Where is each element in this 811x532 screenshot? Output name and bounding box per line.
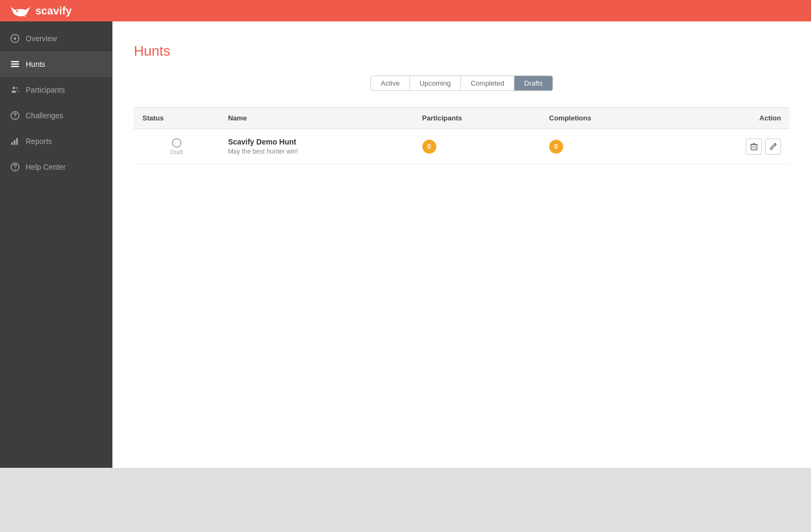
hunt-description: May the best hunter win!: [228, 148, 405, 155]
completions-badge: 0: [549, 140, 563, 154]
svg-point-3: [16, 10, 18, 12]
overview-icon: [10, 33, 20, 44]
participants-icon: [10, 85, 20, 95]
sidebar-item-hunts-label: Hunts: [26, 60, 46, 69]
delete-button[interactable]: [746, 139, 762, 155]
sidebar-item-hunts[interactable]: Hunts: [0, 51, 112, 77]
hunt-name: Scavify Demo Hunt: [228, 138, 405, 146]
edit-button[interactable]: [765, 139, 781, 155]
tab-drafts[interactable]: Drafts: [514, 76, 552, 90]
table-row: Draft Scavify Demo Hunt May the best hun…: [134, 129, 790, 164]
svg-rect-17: [16, 138, 18, 145]
svg-rect-16: [14, 140, 16, 145]
help-icon: [10, 162, 20, 172]
tab-group: Active Upcoming Completed Drafts: [370, 75, 552, 91]
action-cell: [673, 129, 790, 164]
svg-point-12: [16, 87, 18, 89]
main-content: Hunts Active Upcoming Completed Drafts S…: [112, 21, 811, 468]
col-header-action: Action: [673, 108, 790, 129]
col-header-status: Status: [134, 108, 219, 129]
sidebar-item-overview-label: Overview: [26, 34, 57, 43]
svg-rect-15: [11, 142, 13, 145]
tabs-container: Active Upcoming Completed Drafts: [134, 75, 790, 91]
challenges-icon: [10, 110, 20, 121]
col-header-completions: Completions: [541, 108, 673, 129]
participants-cell: 0: [414, 129, 541, 164]
hunt-name-cell: Scavify Demo Hunt May the best hunter wi…: [219, 129, 414, 164]
footer-area: [0, 468, 811, 532]
svg-rect-9: [11, 64, 19, 65]
status-circle-icon: [172, 138, 181, 148]
svg-point-11: [13, 87, 16, 89]
tab-active[interactable]: Active: [371, 76, 410, 90]
svg-rect-20: [751, 145, 757, 150]
svg-point-7: [14, 37, 17, 40]
status-cell: Draft: [134, 129, 219, 164]
logo-area[interactable]: scavify: [9, 3, 72, 18]
sidebar-item-participants-label: Participants: [26, 86, 65, 94]
sidebar: Overview Hunts Participan: [0, 21, 112, 468]
svg-rect-8: [11, 61, 19, 62]
sidebar-item-participants[interactable]: Participants: [0, 77, 112, 103]
completions-cell: 0: [541, 129, 673, 164]
svg-point-14: [14, 117, 16, 118]
participants-badge: 0: [422, 140, 436, 154]
logo-text: scavify: [35, 5, 72, 17]
table-header-row: Status Name Participants Completions Act…: [134, 108, 790, 129]
hunts-table: Status Name Participants Completions Act…: [134, 107, 790, 164]
svg-rect-10: [11, 66, 19, 67]
col-header-name: Name: [219, 108, 414, 129]
reports-icon: [10, 136, 20, 147]
sidebar-item-help-center[interactable]: Help Center: [0, 154, 112, 180]
tab-upcoming[interactable]: Upcoming: [410, 76, 461, 90]
page-title: Hunts: [134, 43, 790, 59]
sidebar-item-reports[interactable]: Reports: [0, 128, 112, 154]
sidebar-item-reports-label: Reports: [26, 137, 52, 146]
sidebar-item-challenges-label: Challenges: [26, 111, 63, 120]
sidebar-item-help-label: Help Center: [26, 163, 66, 171]
tab-completed[interactable]: Completed: [461, 76, 514, 90]
hunts-icon: [10, 59, 20, 70]
col-header-participants: Participants: [414, 108, 541, 129]
status-label: Draft: [170, 149, 183, 155]
sidebar-item-challenges[interactable]: Challenges: [0, 103, 112, 128]
svg-point-19: [14, 169, 16, 170]
topbar: scavify: [0, 0, 811, 21]
sidebar-item-overview[interactable]: Overview: [0, 26, 112, 51]
